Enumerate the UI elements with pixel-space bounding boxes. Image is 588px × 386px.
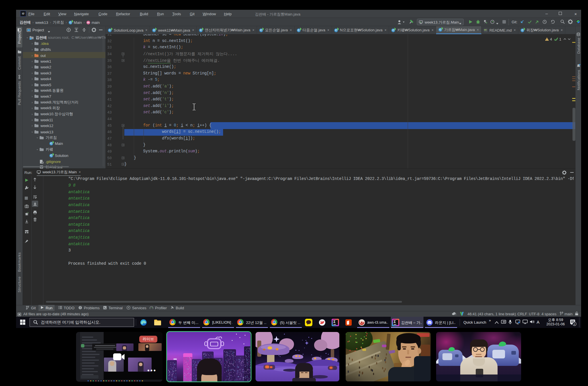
svg-text:2: 2 [574, 322, 575, 326]
